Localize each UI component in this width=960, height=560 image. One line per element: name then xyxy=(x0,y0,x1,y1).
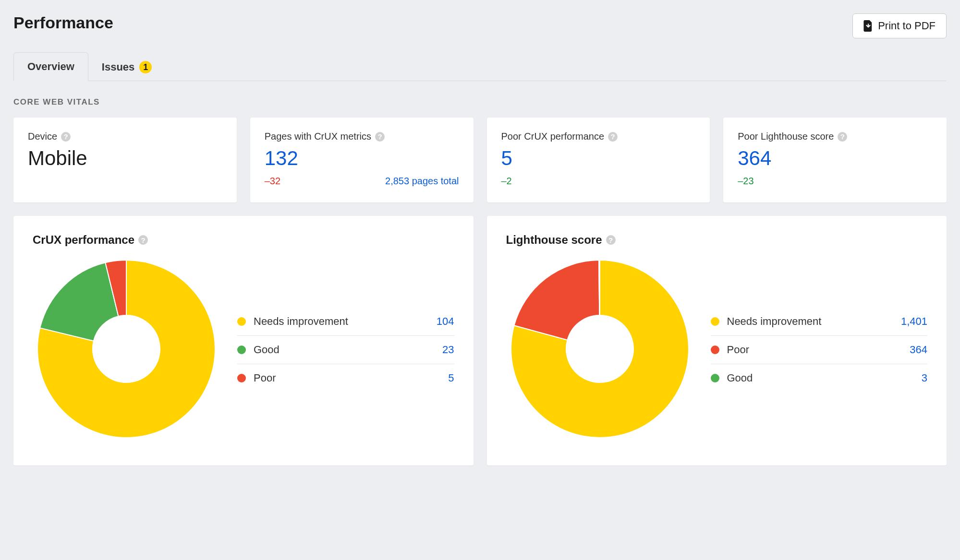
help-icon[interactable]: ? xyxy=(61,132,71,142)
help-icon[interactable]: ? xyxy=(838,132,847,142)
header-row: Performance Print to PDF xyxy=(13,13,947,38)
donut-chart-lighthouse xyxy=(506,255,693,444)
metric-value: Mobile xyxy=(28,147,222,170)
metric-title: Device ? xyxy=(28,131,222,142)
help-icon[interactable]: ? xyxy=(608,132,618,142)
issues-count-badge: 1 xyxy=(139,61,152,73)
metric-card-device: Device ? Mobile xyxy=(13,118,237,203)
legend-swatch xyxy=(237,346,246,354)
donut-slice[interactable] xyxy=(514,260,599,340)
legend-row[interactable]: Needs improvement104 xyxy=(237,308,454,336)
legend-value: 5 xyxy=(448,372,454,384)
metric-card-poor-crux: Poor CrUX performance ? 5 –2 xyxy=(487,118,710,203)
help-icon[interactable]: ? xyxy=(606,235,616,245)
legend-value: 364 xyxy=(910,344,927,356)
metrics-row: Device ? Mobile Pages with CrUX metrics … xyxy=(13,118,947,203)
metric-title: Poor Lighthouse score ? xyxy=(738,131,932,142)
legend-crux: Needs improvement104Good23Poor5 xyxy=(237,308,454,392)
help-icon[interactable]: ? xyxy=(138,235,148,245)
legend-row[interactable]: Poor5 xyxy=(237,364,454,392)
legend-row[interactable]: Good3 xyxy=(711,364,928,392)
metric-delta: –2 xyxy=(501,176,512,187)
metric-delta: –32 xyxy=(265,176,280,187)
metric-card-poor-lighthouse: Poor Lighthouse score ? 364 –23 xyxy=(723,118,947,203)
legend-value: 23 xyxy=(442,344,454,356)
chart-title: Lighthouse score ? xyxy=(506,233,928,247)
legend-label: Needs improvement xyxy=(727,315,901,328)
metric-title: Poor CrUX performance ? xyxy=(501,131,696,142)
print-pdf-button[interactable]: Print to PDF xyxy=(852,13,947,38)
legend-value: 1,401 xyxy=(901,315,927,328)
legend-label: Needs improvement xyxy=(254,315,437,328)
charts-row: CrUX performance ? Needs improvement104G… xyxy=(13,216,947,465)
pages-total-link[interactable]: 2,853 pages total xyxy=(385,176,459,187)
donut-chart-crux xyxy=(33,255,220,444)
legend-value: 3 xyxy=(922,372,927,384)
tab-issues[interactable]: Issues 1 xyxy=(88,53,166,81)
tab-overview[interactable]: Overview xyxy=(13,52,88,81)
legend-value: 104 xyxy=(437,315,454,328)
legend-swatch xyxy=(237,317,246,326)
chart-card-lighthouse: Lighthouse score ? Needs improvement1,40… xyxy=(487,216,947,465)
metric-title: Pages with CrUX metrics ? xyxy=(265,131,459,142)
metric-title-text: Pages with CrUX metrics xyxy=(265,131,371,142)
metric-delta: –23 xyxy=(738,176,753,187)
tabs: Overview Issues 1 xyxy=(13,52,947,81)
legend-swatch xyxy=(237,374,246,382)
donut-slice[interactable] xyxy=(40,262,118,341)
donut-slice[interactable] xyxy=(599,260,600,315)
metric-title-text: Poor Lighthouse score xyxy=(738,131,834,142)
metric-title-text: Poor CrUX performance xyxy=(501,131,605,142)
legend-label: Poor xyxy=(254,372,448,384)
legend-swatch xyxy=(711,346,719,354)
chart-title-text: Lighthouse score xyxy=(506,233,602,247)
chart-card-crux: CrUX performance ? Needs improvement104G… xyxy=(13,216,474,465)
legend-label: Good xyxy=(727,372,922,384)
metric-value: 5 xyxy=(501,147,696,170)
legend-row[interactable]: Good23 xyxy=(237,336,454,364)
legend-label: Good xyxy=(254,344,442,356)
print-pdf-label: Print to PDF xyxy=(878,20,936,32)
metric-value: 132 xyxy=(265,147,459,170)
metric-card-pages-crux: Pages with CrUX metrics ? 132 –32 2,853 … xyxy=(250,118,474,203)
tab-issues-label: Issues xyxy=(102,61,135,73)
pdf-icon xyxy=(863,20,873,32)
legend-row[interactable]: Poor364 xyxy=(711,336,928,364)
legend-label: Poor xyxy=(727,344,910,356)
chart-title-text: CrUX performance xyxy=(33,233,134,247)
chart-title: CrUX performance ? xyxy=(33,233,454,247)
section-label: CORE WEB VITALS xyxy=(13,97,947,107)
legend-swatch xyxy=(711,374,719,382)
metric-title-text: Device xyxy=(28,131,57,142)
page-title: Performance xyxy=(13,13,113,32)
legend-lighthouse: Needs improvement1,401Poor364Good3 xyxy=(711,308,928,392)
legend-row[interactable]: Needs improvement1,401 xyxy=(711,308,928,336)
tab-overview-label: Overview xyxy=(27,60,74,73)
help-icon[interactable]: ? xyxy=(375,132,385,142)
metric-value: 364 xyxy=(738,147,932,170)
legend-swatch xyxy=(711,317,719,326)
